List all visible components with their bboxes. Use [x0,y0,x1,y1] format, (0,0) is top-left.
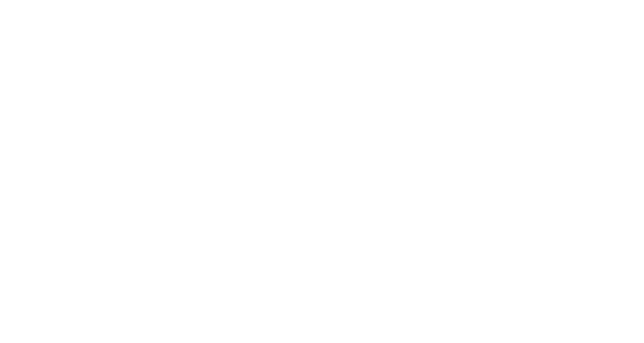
datalog-chart-window [0,0,644,343]
